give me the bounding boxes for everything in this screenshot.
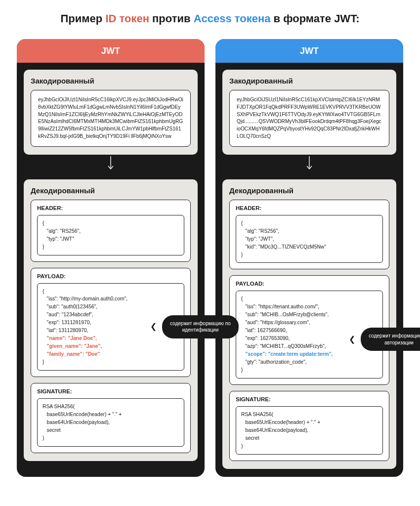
access-token-text: Access токена xyxy=(194,12,271,25)
signature-section: SIGNATURE: RSA SHA256( base65UrlEncode(h… xyxy=(229,391,389,461)
highlight-name: "name": "Jane Doe", xyxy=(42,336,97,341)
arrow-down-icon xyxy=(215,155,403,172)
highlight-scope: "scope": "create:term update:term", xyxy=(241,351,333,357)
header-code: { "alg": "RS256", "typ": "JWT" } xyxy=(37,215,184,255)
access-token-card: JWT Закодированный eyJhbGciOiJSUzI1NiIsI… xyxy=(215,39,403,477)
page-title: Пример ID токен против Access токена в ф… xyxy=(15,12,405,25)
encoded-panel: Закодированный eyJhbGciOiJSUzI1NiIsInR5c… xyxy=(222,70,396,155)
payload-section: PAYLOAD: { "iss": "http://my-domain.auth… xyxy=(31,268,191,378)
id-token-header: JWT xyxy=(17,39,205,63)
signature-code: RSA SHA256( base65UrlEncode(header) + ".… xyxy=(37,398,184,447)
payload-label: PAYLOAD: xyxy=(37,273,184,279)
payload-label: PAYLOAD: xyxy=(236,281,383,287)
decoded-label: Декодированный xyxy=(229,186,389,195)
signature-label: SIGNATURE: xyxy=(236,396,383,402)
encoded-label: Закодированный xyxy=(31,77,191,85)
encoded-token: eyJhbGciOiJIUzI1NiIsInR5cC16lkpXVCJ9.eyJ… xyxy=(31,90,191,147)
header-label: HEADER: xyxy=(236,205,383,211)
id-token-text: ID токен xyxy=(105,12,149,25)
callout-arrow-icon: ❮ xyxy=(349,334,355,345)
callout-arrow-icon: ❮ xyxy=(150,321,157,332)
decoded-panel: Декодированный HEADER: { "alg": "RS256",… xyxy=(24,179,198,461)
header-label: HEADER: xyxy=(37,205,184,211)
id-token-card: JWT Закодированный eyJhbGciOiJIUzI1NiIsI… xyxy=(17,39,205,477)
header-code: { "alg": "RS256", "typ": "JWT", "kid": "… xyxy=(236,215,383,263)
signature-label: SIGNATURE: xyxy=(37,388,184,394)
header-section: HEADER: { "alg": "RS256", "typ": "JWT", … xyxy=(229,200,389,270)
encoded-panel: Закодированный eyJhbGciOiJIUzI1NiIsInR5c… xyxy=(24,70,198,155)
encoded-label: Закодированный xyxy=(229,77,389,85)
highlight-family-name: "family_name": "Doe" xyxy=(42,351,100,357)
payload-section: PAYLOAD: { "iss": "https://tenant.autho.… xyxy=(229,275,389,385)
signature-code: RSA SHA256( base65UrlEncode(header) + ".… xyxy=(236,406,383,455)
header-section: HEADER: { "alg": "RS256", "typ": "JWT" } xyxy=(31,200,191,262)
access-token-header: JWT xyxy=(215,39,403,63)
columns: JWT Закодированный eyJhbGciOiJIUzI1NiIsI… xyxy=(15,39,405,477)
highlight-given-name: "given_name": "Jane", xyxy=(42,343,102,349)
callout-identity: ❮ содержит информацию по идентификации xyxy=(162,315,239,338)
signature-section: SIGNATURE: RSA SHA256( base65UrlEncode(h… xyxy=(31,383,191,453)
decoded-label: Декодированный xyxy=(31,186,191,195)
encoded-token: eyJhbGciOiJSUzI1NiIsInR5cC161kpXVClslmtp… xyxy=(229,90,389,147)
callout-authorization: ❮ содержит информацию по авторизации xyxy=(361,328,420,351)
decoded-panel: Декодированный HEADER: { "alg": "RS256",… xyxy=(222,179,396,469)
arrow-down-icon xyxy=(17,155,205,172)
